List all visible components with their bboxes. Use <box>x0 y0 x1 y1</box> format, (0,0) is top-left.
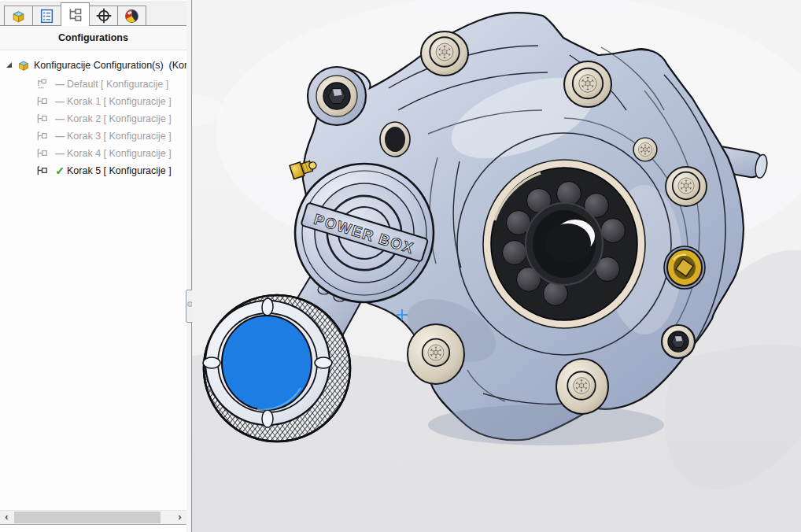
manager-tab-bar <box>0 2 186 26</box>
tab-displaymanager[interactable] <box>117 6 146 25</box>
tree-expander-icon[interactable] <box>6 62 12 68</box>
scrollbar-thumb[interactable] <box>14 512 161 523</box>
knob-blue-face[interactable] <box>222 316 312 410</box>
config-item-korak-2[interactable]: — Korak 2 [ Konfiguracije ] <box>0 110 186 127</box>
configuration-icon <box>36 113 50 124</box>
torx-screw-right-upper[interactable] <box>633 138 657 161</box>
configuration-icon <box>36 148 50 159</box>
torx-screw-top-mid[interactable] <box>564 61 611 107</box>
root-label: Konfiguracije Configuration(s) (Kora <box>34 60 186 71</box>
torx-screw-top-left[interactable] <box>421 31 468 76</box>
tab-configurationmanager[interactable] <box>61 2 90 26</box>
configuration-icon <box>36 96 50 107</box>
hex-socket-screw[interactable] <box>662 325 695 358</box>
model-canvas[interactable]: POWER BOX <box>192 0 801 532</box>
config-item-korak-4[interactable]: — Korak 4 [ Konfiguracije ] <box>0 145 186 162</box>
ball-bearing[interactable] <box>483 160 645 328</box>
active-configuration-icon <box>36 165 50 176</box>
active-config-check-icon: ✓ <box>53 164 67 177</box>
configuration-icon <box>36 131 50 142</box>
torx-screw-bottom-right[interactable] <box>556 359 608 414</box>
displaymanager-ball-icon <box>124 8 140 24</box>
power-box-cap[interactable]: POWER BOX <box>293 164 435 302</box>
panel-horizontal-scrollbar[interactable]: ‹ › <box>0 510 186 524</box>
scroll-left-arrow-icon[interactable]: ‹ <box>0 511 13 524</box>
tab-propertymanager[interactable] <box>32 6 61 25</box>
scrollbar-track[interactable] <box>13 511 173 524</box>
config-state-dash-icon: — <box>53 131 67 142</box>
panel-title: Configurations <box>0 26 186 50</box>
tree-root-configurations[interactable]: Konfiguracije Configuration(s) (Kora <box>0 55 186 76</box>
tab-featuremanager[interactable] <box>4 6 33 25</box>
blue-knob[interactable] <box>203 295 350 441</box>
scroll-right-arrow-icon[interactable]: › <box>173 511 186 524</box>
gold-plug-screw[interactable] <box>664 246 705 289</box>
configuration-tree: Konfiguracije Configuration(s) (Kora — D… <box>0 55 186 179</box>
default-configuration-icon <box>36 79 50 90</box>
config-state-dash-icon: — <box>53 113 67 124</box>
config-item-korak-3[interactable]: — Korak 3 [ Konfiguracije ] <box>0 127 186 145</box>
graphics-viewport[interactable]: POWER BOX <box>192 0 801 532</box>
propertymanager-icon <box>39 8 55 24</box>
small-bore[interactable] <box>380 122 410 157</box>
featuremanager-part-icon <box>10 8 27 24</box>
config-state-dash-icon: — <box>53 79 67 90</box>
config-state-dash-icon: — <box>53 96 67 107</box>
panel-footer <box>0 524 186 532</box>
part-icon <box>17 58 31 72</box>
config-item-default[interactable]: — Default [ Konfiguracije ] <box>0 76 186 93</box>
configuration-manager-panel: Configurations Konfiguracije Configurati… <box>0 0 186 532</box>
config-item-korak-5[interactable]: ✓ Korak 5 [ Konfiguracije ] <box>0 162 186 179</box>
tab-dimxpertmanager[interactable] <box>89 6 118 25</box>
solidworks-window: Configurations Konfiguracije Configurati… <box>0 0 801 532</box>
torx-screw-right-mid[interactable] <box>666 167 707 206</box>
panel-splitter[interactable] <box>186 0 192 532</box>
config-item-korak-1[interactable]: — Korak 1 [ Konfiguracije ] <box>0 93 186 110</box>
dimxpert-target-icon <box>95 7 113 24</box>
hex-socket-boss-top-left[interactable] <box>308 67 366 125</box>
torx-screw-bottom-left[interactable] <box>408 324 464 384</box>
configurationmanager-icon <box>67 6 84 24</box>
config-state-dash-icon: — <box>53 148 67 159</box>
